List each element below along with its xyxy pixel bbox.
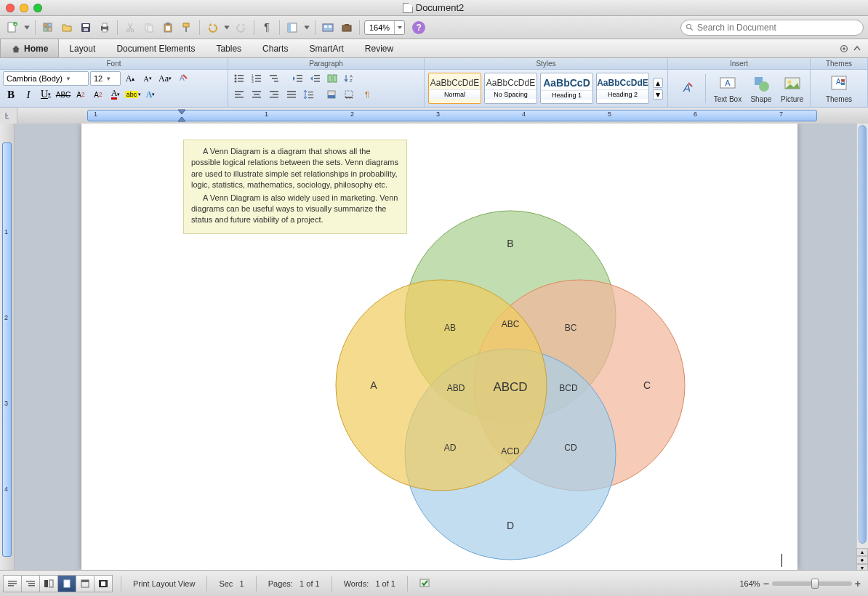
sidebar-menu-arrow[interactable] [303, 20, 310, 36]
tab-document-elements[interactable]: Document Elements [106, 39, 206, 57]
template-icon[interactable] [40, 20, 56, 36]
paste-icon[interactable] [160, 20, 176, 36]
print-icon[interactable] [97, 20, 113, 36]
line-spacing-button[interactable] [301, 87, 317, 102]
scrollbar-thumb[interactable] [859, 125, 867, 544]
new-menu-arrow[interactable] [23, 20, 31, 36]
new-document-icon[interactable]: + [4, 20, 20, 36]
underline-button[interactable]: U▾ [38, 87, 54, 102]
save-icon[interactable] [78, 20, 94, 36]
vertical-scrollbar[interactable] [856, 124, 868, 548]
font-size-select[interactable]: 12▼ [90, 71, 121, 86]
grow-font-icon[interactable]: A▴ [122, 71, 138, 86]
align-center-button[interactable] [249, 87, 265, 102]
sort-button[interactable]: AZ [342, 71, 358, 86]
increase-indent-button[interactable] [307, 71, 323, 86]
tab-charts[interactable]: Charts [252, 39, 299, 57]
text-effects-button[interactable]: A▾ [142, 87, 158, 102]
styles-pane-button[interactable]: A [674, 78, 697, 99]
ruler-vertical[interactable]: 1 2 3 4 [0, 124, 15, 570]
draft-view-button[interactable] [3, 575, 22, 592]
style-heading-2[interactable]: AaBbCcDdEHeading 2 [596, 73, 649, 104]
style-heading-1[interactable]: AaBbCcDHeading 1 [540, 73, 593, 104]
justify-button[interactable] [284, 87, 300, 102]
print-layout-view-button[interactable] [57, 575, 76, 592]
subscript-button[interactable]: A2 [73, 87, 89, 102]
text-direction-button[interactable] [324, 71, 340, 86]
clear-formatting-icon[interactable]: A [174, 71, 190, 86]
focus-view-button[interactable] [94, 575, 113, 592]
multilevel-list-button[interactable] [266, 71, 282, 86]
open-icon[interactable] [59, 20, 75, 36]
document-page[interactable]: A Venn Diagram is a diagram that shows a… [81, 124, 797, 570]
indent-marker-icon[interactable] [177, 108, 186, 124]
format-painter-icon[interactable] [179, 20, 195, 36]
bold-button[interactable]: B [3, 87, 19, 102]
paragraph-dialog-button[interactable]: ¶ [359, 87, 375, 102]
superscript-button[interactable]: A2 [90, 87, 106, 102]
borders-button[interactable] [342, 87, 358, 102]
change-case-icon[interactable]: Aa▾ [157, 71, 173, 86]
sidebar-icon[interactable] [284, 20, 300, 36]
notebook-view-button[interactable] [76, 575, 95, 592]
tab-tables[interactable]: Tables [206, 39, 252, 57]
spell-check-button[interactable] [414, 578, 437, 589]
help-icon[interactable]: ? [412, 21, 425, 34]
search-input[interactable] [697, 23, 859, 33]
browse-object-button[interactable]: ● [856, 556, 868, 564]
zoom-slider[interactable] [772, 581, 852, 586]
numbering-button[interactable]: 123 [249, 71, 265, 86]
undo-menu-arrow[interactable] [223, 20, 230, 36]
ruler-corner[interactable] [0, 108, 17, 124]
quick-access-toolbar: + ¶ 164% ? [0, 16, 868, 39]
next-page-button[interactable]: ▾ [856, 564, 868, 570]
styles-scroll-up[interactable]: ▴ [653, 78, 663, 88]
redo-icon[interactable] [233, 20, 249, 36]
cut-icon[interactable] [122, 20, 138, 36]
shrink-font-icon[interactable]: A▾ [140, 71, 156, 86]
zoom-window-button[interactable] [33, 4, 42, 12]
status-zoom: 164% − + [739, 578, 868, 589]
tab-home[interactable]: Home [0, 39, 59, 57]
styles-scroll-down[interactable]: ▾ [653, 89, 663, 100]
svg-rect-96 [44, 580, 48, 587]
prev-page-button[interactable]: ▴ [856, 548, 868, 556]
text-box-button[interactable]: AText Box [714, 73, 742, 103]
italic-button[interactable]: I [20, 87, 36, 102]
picture-button[interactable]: Picture [781, 73, 804, 103]
shape-button[interactable]: Shape [750, 73, 773, 103]
style-normal[interactable]: AaBbCcDdENormal [428, 73, 481, 104]
align-left-button[interactable] [231, 87, 247, 102]
close-window-button[interactable] [6, 4, 15, 12]
bullets-button[interactable] [231, 71, 247, 86]
align-right-button[interactable] [266, 87, 282, 102]
gear-icon[interactable] [839, 44, 849, 54]
shading-button[interactable] [324, 87, 340, 102]
font-name-select[interactable]: Cambria (Body)▼ [3, 71, 89, 86]
tab-smartart[interactable]: SmartArt [299, 39, 354, 57]
zoom-level[interactable]: 164% [739, 579, 760, 588]
zoom-selector[interactable]: 164% [364, 20, 405, 35]
publishing-view-button[interactable] [39, 575, 58, 592]
tab-layout[interactable]: Layout [59, 39, 106, 57]
collapse-ribbon-icon[interactable] [853, 45, 861, 52]
zoom-out-button[interactable]: − [763, 578, 769, 589]
themes-button[interactable]: AaThemes [826, 73, 852, 103]
zoom-in-button[interactable]: + [855, 578, 861, 589]
highlight-button[interactable]: abc▾ [125, 87, 141, 102]
toolbox-icon[interactable] [339, 20, 355, 36]
strikethrough-button[interactable]: ABC [55, 87, 71, 102]
decrease-indent-button[interactable] [289, 71, 305, 86]
show-formatting-icon[interactable]: ¶ [259, 20, 275, 36]
undo-icon[interactable] [204, 20, 220, 36]
search-box[interactable] [680, 20, 864, 36]
minimize-window-button[interactable] [20, 4, 28, 12]
copy-icon[interactable] [141, 20, 157, 36]
ruler-horizontal[interactable]: 1 1 2 3 4 5 6 7 [17, 108, 868, 124]
outline-view-button[interactable] [21, 575, 40, 592]
venn-diagram[interactable]: B C D A AB BC CD AD ABC ABD ACD BCD ABCD [307, 182, 714, 570]
tab-review[interactable]: Review [355, 39, 404, 57]
font-color-button[interactable]: A▾ [108, 87, 124, 102]
gallery-icon[interactable] [320, 20, 336, 36]
style-no-spacing[interactable]: AaBbCcDdENo Spacing [484, 73, 537, 104]
